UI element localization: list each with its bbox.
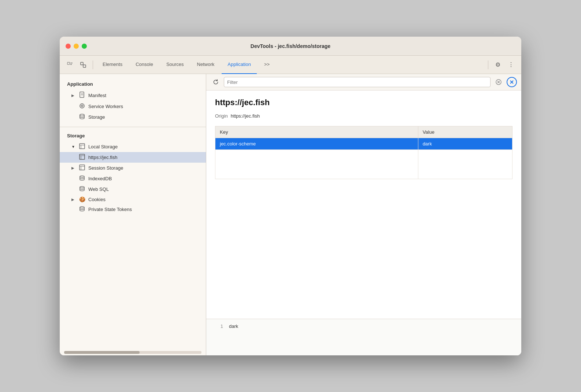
tab-console[interactable]: Console [130, 56, 159, 74]
cursor-icon[interactable] [64, 59, 76, 71]
sidebar-item-storage-app[interactable]: Storage [60, 112, 206, 122]
tab-application[interactable]: Application [222, 56, 257, 74]
sidebar-item-manifest[interactable]: ▶ Manifest [60, 90, 206, 101]
svg-rect-3 [81, 62, 83, 65]
svg-rect-0 [67, 62, 70, 64]
cookies-icon: 🍪 [79, 196, 85, 202]
local-storage-sub-icon [79, 154, 85, 161]
sidebar-item-cookies[interactable]: ▶ 🍪 Cookies [60, 195, 206, 204]
sidebar-item-label: Service Workers [88, 104, 123, 109]
app-section-title: Application [60, 80, 206, 90]
clear-filter-button[interactable] [493, 77, 504, 87]
delete-all-button[interactable] [507, 77, 517, 87]
sidebar-item-label: IndexedDB [88, 176, 112, 181]
svg-point-26 [80, 207, 84, 208]
sidebar-item-private-state-tokens[interactable]: Private State Tokens [60, 204, 206, 215]
origin-title: https://jec.fish [215, 98, 512, 107]
sidebar-item-session-storage[interactable]: ▶ Session Storage [60, 163, 206, 173]
svg-point-24 [80, 176, 84, 177]
sidebar-item-web-sql[interactable]: Web SQL [60, 184, 206, 195]
manifest-icon [79, 92, 85, 99]
sidebar-item-jec-fish[interactable]: https://jec.fish [60, 152, 206, 163]
web-sql-icon [79, 186, 85, 193]
sidebar-item-indexed-db[interactable]: IndexedDB [60, 173, 206, 184]
cookies-arrow: ▶ [71, 197, 76, 201]
sidebar-item-label: Web SQL [88, 186, 109, 192]
devtools-toolbar: Elements Console Sources Network Applica… [60, 56, 521, 74]
tab-sources[interactable]: Sources [160, 56, 190, 74]
sidebar-item-label: Storage [88, 114, 105, 120]
private-state-tokens-icon [79, 206, 85, 213]
close-button[interactable] [66, 44, 71, 49]
panel-toolbar [206, 74, 521, 90]
panel-content: https://jec.fish Origin https://jec.fish… [206, 90, 521, 319]
storage-table: Key Value jec.color-scheme dark [215, 126, 512, 179]
bottom-row-value: dark [229, 323, 238, 329]
more-options-icon[interactable]: ⋮ [505, 59, 517, 71]
svg-rect-15 [79, 144, 85, 149]
inspect-icon[interactable] [77, 59, 89, 71]
storage-section-title: Storage [60, 132, 206, 141]
sidebar-item-label: Local Storage [88, 144, 118, 149]
table-cell-value: dark [418, 138, 512, 150]
session-storage-icon [79, 164, 85, 171]
sidebar-item-label: Manifest [88, 93, 106, 98]
origin-value: https://jec.fish [231, 113, 260, 119]
origin-row: Origin https://jec.fish [215, 113, 512, 119]
refresh-button[interactable] [211, 77, 221, 87]
toolbar-right: ⚙ ⋮ [486, 59, 517, 71]
traffic-lights [66, 44, 87, 49]
local-storage-icon [79, 143, 85, 150]
origin-label: Origin [215, 113, 228, 119]
tab-elements[interactable]: Elements [97, 56, 128, 74]
col-header-key: Key [215, 126, 418, 138]
session-storage-arrow: ▶ [71, 166, 76, 170]
svg-point-25 [80, 186, 84, 188]
sidebar-item-label: https://jec.fish [88, 155, 117, 160]
local-storage-arrow: ▼ [71, 145, 76, 149]
toolbar-divider-1 [93, 60, 93, 69]
sidebar-scrollbar-thumb [64, 351, 140, 354]
svg-rect-21 [79, 165, 85, 170]
sidebar-item-label: Session Storage [88, 165, 123, 171]
empty-cell-2 [418, 150, 512, 179]
sidebar-separator-1 [60, 127, 206, 127]
table-cell-key: jec.color-scheme [215, 138, 418, 150]
devtools-window: DevTools - jec.fish/demo/storage Element… [60, 37, 521, 355]
sidebar-item-label: Private State Tokens [88, 207, 132, 212]
sidebar-scrollbar-track[interactable] [64, 351, 201, 354]
table-row-empty [215, 150, 512, 179]
svg-point-14 [80, 114, 84, 116]
filter-input[interactable] [224, 77, 491, 87]
tab-network[interactable]: Network [191, 56, 221, 74]
sidebar-item-label: Cookies [88, 197, 106, 202]
sidebar-item-service-workers[interactable]: Service Workers [60, 101, 206, 112]
col-header-value: Value [418, 126, 512, 138]
bottom-panel: 1 dark [206, 319, 521, 355]
svg-rect-18 [79, 154, 85, 159]
empty-cell-1 [215, 150, 418, 179]
service-workers-icon [79, 103, 85, 110]
window-title: DevTools - jec.fish/demo/storage [251, 43, 330, 49]
main-content: Application ▶ Manifest [60, 74, 521, 355]
sidebar: Application ▶ Manifest [60, 74, 206, 355]
svg-rect-4 [83, 65, 86, 67]
storage-app-icon [79, 114, 85, 121]
bottom-row: 1 dark [212, 323, 515, 329]
minimize-button[interactable] [74, 44, 79, 49]
bottom-row-num: 1 [212, 323, 223, 329]
svg-point-9 [81, 105, 83, 107]
maximize-button[interactable] [82, 44, 87, 49]
toolbar-divider-2 [488, 60, 488, 69]
table-row[interactable]: jec.color-scheme dark [215, 138, 512, 150]
sidebar-item-local-storage[interactable]: ▼ Local Storage [60, 141, 206, 152]
settings-icon[interactable]: ⚙ [492, 59, 504, 71]
title-bar: DevTools - jec.fish/demo/storage [60, 37, 521, 56]
manifest-arrow: ▶ [71, 93, 76, 97]
indexed-db-icon [79, 175, 85, 182]
tab-more[interactable]: >> [258, 56, 275, 74]
main-panel: https://jec.fish Origin https://jec.fish… [206, 74, 521, 355]
